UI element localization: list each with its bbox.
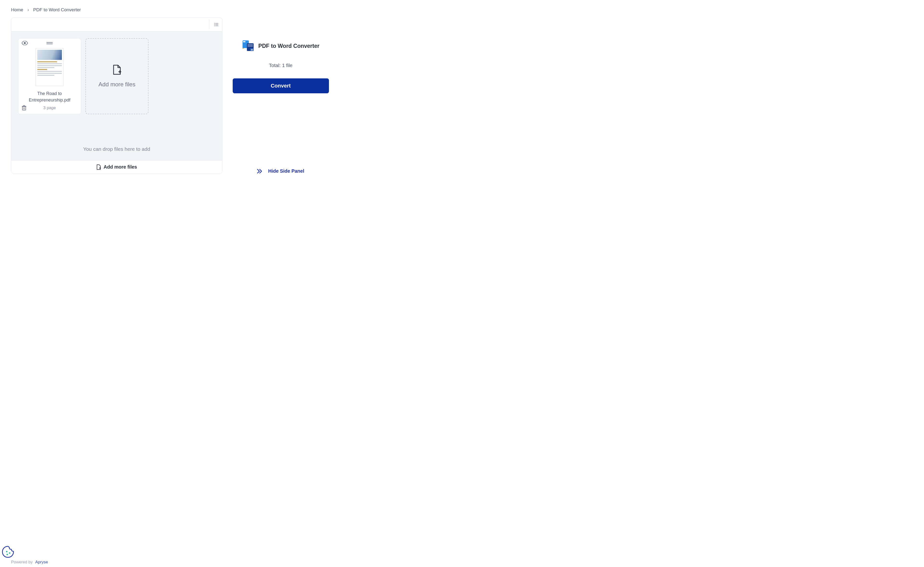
file-plus-icon xyxy=(113,64,121,75)
svg-rect-7 xyxy=(23,106,26,110)
convert-button[interactable]: Convert xyxy=(233,78,329,93)
files-panel: The Road to Entrepreneurship.pdf 3 p xyxy=(11,17,222,174)
file-total: Total: 1 file xyxy=(269,63,293,68)
page-count: 3 page xyxy=(43,105,56,110)
svg-point-2 xyxy=(214,24,215,25)
hide-side-panel-button[interactable]: Hide Side Panel xyxy=(257,168,304,174)
list-view-button[interactable] xyxy=(209,20,218,29)
breadcrumb-current: PDF to Word Converter xyxy=(33,7,81,12)
side-panel-title: PDF to Word Converter xyxy=(258,43,320,49)
chevron-double-right-icon xyxy=(257,169,262,173)
svg-point-4 xyxy=(214,25,215,26)
svg-rect-9 xyxy=(23,105,25,106)
svg-rect-11 xyxy=(24,107,25,110)
drop-hint: You can drop files here to add xyxy=(18,146,215,152)
svg-rect-15 xyxy=(100,167,100,169)
breadcrumb-separator-icon: › xyxy=(28,8,29,12)
svg-rect-13 xyxy=(120,70,120,73)
panel-body: The Road to Entrepreneurship.pdf 3 p xyxy=(11,32,222,160)
svg-point-6 xyxy=(24,42,26,44)
add-files-tile[interactable]: Add more files xyxy=(86,38,149,114)
file-name: The Road to Entrepreneurship.pdf xyxy=(18,90,81,104)
breadcrumb: Home › PDF to Word Converter xyxy=(0,0,340,12)
preview-button[interactable] xyxy=(22,41,28,45)
svg-text:W: W xyxy=(251,49,253,51)
svg-rect-20 xyxy=(248,45,253,46)
footer-add-label: Add more files xyxy=(104,164,137,170)
pdf-to-word-icon: W xyxy=(242,40,255,51)
side-panel: W PDF to Word Converter Total: 1 file Co… xyxy=(231,17,331,174)
tool-header: W PDF to Word Converter xyxy=(242,40,320,51)
svg-rect-19 xyxy=(248,44,253,45)
drag-handle[interactable] xyxy=(47,42,53,44)
svg-rect-3 xyxy=(215,24,218,25)
delete-button[interactable] xyxy=(22,105,27,111)
svg-rect-10 xyxy=(23,107,24,110)
svg-point-0 xyxy=(214,23,215,24)
hide-panel-label: Hide Side Panel xyxy=(268,168,304,174)
svg-rect-1 xyxy=(215,23,218,24)
add-tile-label: Add more files xyxy=(98,81,135,88)
file-thumbnail[interactable] xyxy=(36,48,63,86)
eye-icon xyxy=(22,41,28,45)
breadcrumb-home[interactable]: Home xyxy=(11,7,23,12)
file-card[interactable]: The Road to Entrepreneurship.pdf 3 p xyxy=(18,38,81,114)
trash-icon xyxy=(22,105,27,111)
svg-rect-17 xyxy=(243,41,245,42)
list-icon xyxy=(214,22,218,27)
panel-header xyxy=(11,18,222,32)
add-files-footer-button[interactable]: Add more files xyxy=(11,160,222,174)
svg-rect-5 xyxy=(215,26,218,26)
svg-rect-21 xyxy=(248,46,253,46)
file-plus-icon xyxy=(96,165,101,170)
